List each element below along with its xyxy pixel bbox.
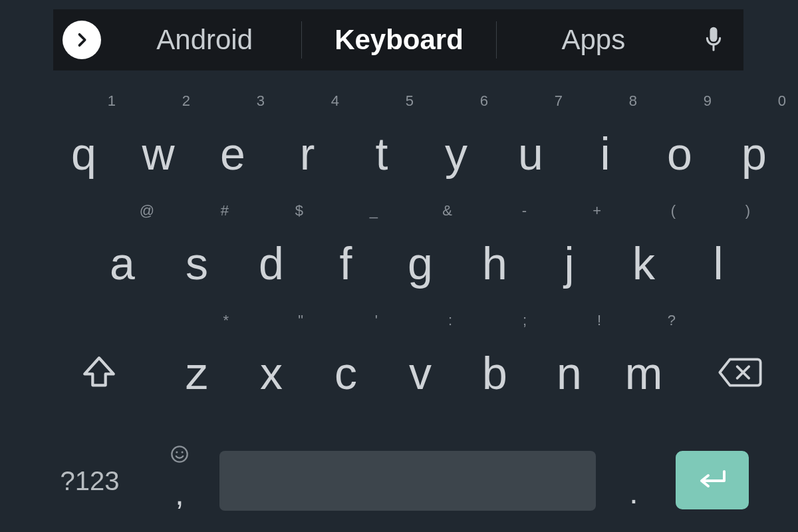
key-label: f <box>340 241 352 286</box>
android-keyboard: Android Keyboard Apps 1q 2w 3e 4r 5t 6y … <box>0 0 798 532</box>
key-r[interactable]: 4r <box>270 90 344 176</box>
key-hint: ; <box>523 312 527 329</box>
key-label: h <box>482 241 507 286</box>
enter-icon <box>695 467 730 493</box>
key-label: v <box>409 350 432 396</box>
suggestion-label: Android <box>156 24 253 56</box>
suggestion-item-2[interactable]: Apps <box>497 9 690 70</box>
svg-point-4 <box>172 446 187 462</box>
spacebar[interactable] <box>219 451 596 511</box>
key-hint: 3 <box>257 92 265 110</box>
key-hint: + <box>593 202 601 219</box>
suggestion-label: Keyboard <box>334 24 464 56</box>
svg-rect-0 <box>710 27 718 42</box>
enter-key[interactable] <box>676 451 749 509</box>
key-p[interactable]: 0p <box>717 90 791 176</box>
key-label: p <box>741 131 767 176</box>
key-e[interactable]: 3e <box>196 90 270 176</box>
key-hint: & <box>442 202 452 219</box>
voice-input-button[interactable] <box>690 9 737 70</box>
key-hint: _ <box>370 202 378 219</box>
key-label: u <box>518 131 543 176</box>
backspace-icon <box>717 355 763 390</box>
key-label: o <box>667 131 692 176</box>
chevron-right-icon <box>72 31 91 49</box>
key-n[interactable]: !n <box>532 309 606 396</box>
symbols-key[interactable]: ?123 <box>47 458 133 504</box>
key-label: r <box>300 131 315 176</box>
key-label: i <box>600 131 610 176</box>
key-w[interactable]: 2w <box>121 90 196 176</box>
key-hint: 0 <box>778 92 786 110</box>
expand-suggestions-button[interactable] <box>63 21 101 59</box>
key-h[interactable]: -h <box>458 200 532 286</box>
key-hint: 1 <box>108 92 116 110</box>
key-v[interactable]: :v <box>383 309 458 396</box>
key-hint: * <box>223 312 229 329</box>
key-u[interactable]: 7u <box>493 90 568 176</box>
key-hint: 8 <box>629 92 637 110</box>
key-z[interactable]: *z <box>160 309 234 396</box>
key-q[interactable]: 1q <box>47 90 121 176</box>
key-label: w <box>142 131 174 176</box>
key-label: k <box>632 241 655 286</box>
key-hint: 7 <box>555 92 563 110</box>
key-label: c <box>334 350 357 396</box>
key-y[interactable]: 6y <box>419 90 493 176</box>
key-hint: 2 <box>182 92 190 110</box>
key-s[interactable]: #s <box>160 200 234 286</box>
key-j[interactable]: +j <box>532 200 606 286</box>
key-hint: @ <box>140 202 154 219</box>
key-hint: ( <box>671 202 676 219</box>
key-label: z <box>186 350 208 396</box>
key-hint: " <box>298 312 303 329</box>
suggestion-bar: Android Keyboard Apps <box>53 9 743 70</box>
key-label: q <box>71 131 96 176</box>
key-f[interactable]: _f <box>309 200 383 286</box>
key-label: j <box>564 241 574 286</box>
svg-point-5 <box>176 452 178 454</box>
key-label: x <box>260 350 283 396</box>
key-m[interactable]: ?m <box>606 309 681 396</box>
key-hint: # <box>221 202 229 219</box>
suggestion-label: Apps <box>561 24 625 56</box>
symbols-label: ?123 <box>61 466 120 496</box>
key-b[interactable]: ;b <box>458 309 532 396</box>
comma-key[interactable]: , <box>153 432 206 512</box>
key-hint: 6 <box>480 92 488 110</box>
key-c[interactable]: 'c <box>309 309 383 396</box>
key-hint: $ <box>295 202 303 219</box>
svg-point-6 <box>182 452 184 454</box>
shift-icon <box>79 353 119 392</box>
key-label: g <box>408 241 433 286</box>
key-i[interactable]: 8i <box>568 90 642 176</box>
suggestion-item-1[interactable]: Keyboard <box>302 9 495 70</box>
key-label: b <box>482 350 507 396</box>
suggestion-item-0[interactable]: Android <box>108 9 301 70</box>
key-hint: 9 <box>704 92 712 110</box>
key-label: t <box>376 131 388 176</box>
key-label: y <box>445 131 467 176</box>
key-hint: ! <box>597 312 601 329</box>
key-k[interactable]: (k <box>606 200 681 286</box>
key-hint: - <box>522 202 527 219</box>
key-t[interactable]: 5t <box>344 90 419 176</box>
key-hint: 5 <box>406 92 414 110</box>
key-label: d <box>259 241 284 286</box>
key-hint: 4 <box>331 92 339 110</box>
key-hint: ? <box>668 312 676 329</box>
key-l[interactable]: )l <box>681 200 755 286</box>
key-label: n <box>557 350 582 396</box>
key-d[interactable]: $d <box>234 200 309 286</box>
key-label: e <box>220 131 245 176</box>
key-x[interactable]: "x <box>234 309 309 396</box>
key-o[interactable]: 9o <box>642 90 717 176</box>
comma-label: , <box>175 475 184 512</box>
key-g[interactable]: &g <box>383 200 458 286</box>
period-key[interactable]: . <box>610 458 657 511</box>
key-label: s <box>186 241 208 286</box>
shift-key[interactable] <box>63 346 136 399</box>
key-label: l <box>713 241 723 286</box>
backspace-key[interactable] <box>704 346 777 399</box>
key-a[interactable]: @a <box>85 200 160 286</box>
